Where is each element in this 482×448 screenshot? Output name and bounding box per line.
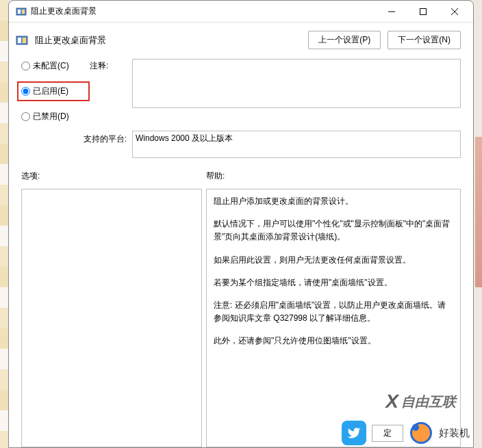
minimize-button[interactable] <box>376 1 407 22</box>
options-pane <box>21 189 202 447</box>
radio-enabled[interactable]: 已启用(E) <box>17 81 90 101</box>
help-p2: 默认情况下，用户可以使用"个性化"或"显示控制面板"中的"桌面背景"页向其桌面添… <box>214 218 453 243</box>
comment-label: 注释: <box>90 59 132 72</box>
close-button[interactable] <box>439 1 470 22</box>
window-controls <box>376 1 470 22</box>
radio-disabled[interactable]: 已禁用(D) <box>21 111 90 122</box>
radio-not-configured[interactable]: 未配置(C) <box>21 60 90 72</box>
help-p5: 注意: 还必须启用"桌面墙纸"设置，以防止用户更改桌面墙纸。请参阅知识库文章 Q… <box>214 299 453 325</box>
svg-rect-8 <box>18 38 21 43</box>
decorative-right-strip <box>475 137 482 287</box>
help-p4: 若要为某个组指定墙纸，请使用"桌面墙纸"设置。 <box>214 276 453 289</box>
platform-box[interactable]: Windows 2000 及以上版本 <box>132 131 461 158</box>
lower-labels-row: 选项: 帮助: <box>21 170 461 182</box>
platform-row: 支持的平台: Windows 2000 及以上版本 <box>21 131 461 158</box>
help-pane: 阻止用户添加或更改桌面的背景设计。 默认情况下，用户可以使用"个性化"或"显示控… <box>206 189 461 447</box>
next-setting-button[interactable]: 下一个设置(N) <box>388 31 461 49</box>
platform-text: Windows 2000 及以上版本 <box>136 133 233 143</box>
help-p3: 如果启用此设置，则用户无法更改任何桌面背景设置。 <box>214 254 453 267</box>
help-p6: 此外，还请参阅"只允许使用位图墙纸"设置。 <box>214 334 453 347</box>
previous-setting-button[interactable]: 上一个设置(P) <box>308 31 381 49</box>
gpo-editor-window: 阻止更改桌面背景 阻止更改桌面背景 上一个设置(P) 下一个设置(N) <box>8 0 474 448</box>
maximize-button[interactable] <box>407 1 439 22</box>
app-icon <box>16 6 27 17</box>
window-title: 阻止更改桌面背景 <box>31 5 97 17</box>
policy-icon <box>16 34 28 47</box>
radio-enabled-label: 已启用(E) <box>33 85 68 97</box>
help-label: 帮助: <box>206 170 461 182</box>
content-area: 未配置(C) 已启用(E) 已禁用(D) 注释: 支持的平台: Windows … <box>9 55 473 447</box>
radio-enabled-input[interactable] <box>21 87 30 96</box>
radio-not-configured-input[interactable] <box>21 62 30 70</box>
platform-label: 支持的平台: <box>21 131 132 145</box>
svg-rect-9 <box>23 38 26 43</box>
titlebar: 阻止更改桌面背景 <box>9 1 473 23</box>
svg-rect-1 <box>18 10 21 14</box>
policy-title: 阻止更改桌面背景 <box>35 34 106 47</box>
lower-panes: 阻止用户添加或更改桌面的背景设计。 默认情况下，用户可以使用"个性化"或"显示控… <box>21 189 461 447</box>
radio-disabled-input[interactable] <box>21 112 30 121</box>
state-radio-group: 未配置(C) 已启用(E) 已禁用(D) <box>21 59 90 122</box>
svg-rect-2 <box>22 10 25 14</box>
header-row: 阻止更改桌面背景 上一个设置(P) 下一个设置(N) <box>9 23 473 55</box>
options-label: 选项: <box>21 170 206 182</box>
svg-rect-4 <box>420 8 427 14</box>
help-p1: 阻止用户添加或更改桌面的背景设计。 <box>214 195 453 208</box>
lower-section: 选项: 帮助: 阻止用户添加或更改桌面的背景设计。 默认情况下，用户可以使用"个… <box>21 170 461 447</box>
decorative-left-strip <box>0 0 8 448</box>
comment-textarea[interactable] <box>132 59 461 108</box>
radio-not-configured-label: 未配置(C) <box>33 60 69 72</box>
top-settings-grid: 未配置(C) 已启用(E) 已禁用(D) 注释: <box>21 59 461 122</box>
radio-disabled-label: 已禁用(D) <box>33 111 69 122</box>
